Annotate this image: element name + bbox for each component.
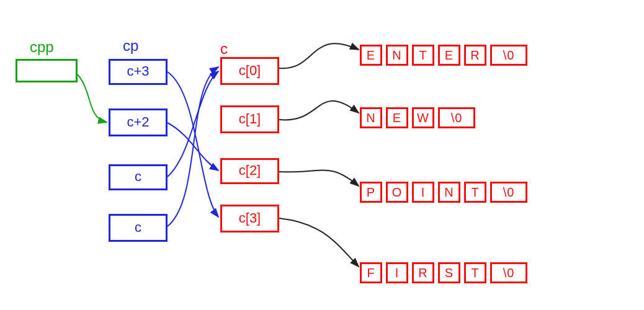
string-cell: S [438, 262, 460, 283]
c-box-2-text: c[2] [222, 162, 277, 179]
string-cell: N [360, 107, 382, 128]
c-box-0: c[0] [220, 57, 279, 85]
arrow-c1-to-new [279, 101, 359, 120]
string-row-enter: ENTER\0 [360, 45, 531, 66]
cp-box-1-text: c+2 [110, 113, 166, 130]
cp-box-0-text: c+3 [110, 63, 166, 79]
cp-box-0: c+3 [109, 59, 168, 85]
cpp-label: cpp [30, 38, 54, 56]
string-cell: E [360, 45, 382, 66]
string-row-first: FIRST\0 [360, 262, 531, 283]
string-cell: \0 [490, 45, 527, 66]
c-box-3-text: c[3] [222, 210, 277, 226]
string-row-new: NEW\0 [360, 107, 479, 128]
cp-box-3: c [109, 214, 168, 242]
c-box-1: c[1] [220, 105, 279, 133]
arrow-cp0-to-c3 [168, 72, 218, 217]
string-cell: T [412, 45, 434, 66]
string-cell: \0 [490, 182, 527, 203]
string-cell: I [386, 262, 408, 283]
arrow-c2-to-point [279, 170, 359, 186]
string-cell: W [412, 107, 434, 128]
c-box-3: c[3] [220, 205, 279, 232]
c-box-1-text: c[1] [222, 110, 277, 126]
c-box-0-text: c[0] [222, 62, 277, 78]
string-cell: T [464, 182, 486, 203]
string-cell: N [438, 182, 460, 203]
string-cell: \0 [438, 107, 475, 128]
arrow-c3-to-first [279, 218, 359, 267]
string-cell: N [386, 45, 408, 66]
string-cell: I [412, 182, 434, 203]
cp-box-1: c+2 [109, 108, 168, 136]
string-cell: \0 [490, 262, 527, 283]
c-label: c [220, 40, 228, 58]
arrows-overlay [0, 0, 644, 310]
c-box-2: c[2] [220, 158, 279, 184]
string-cell: T [464, 262, 486, 283]
arrow-c0-to-enter [279, 43, 359, 68]
arrow-cp2-to-c0 [168, 71, 218, 177]
string-cell: O [386, 182, 408, 203]
cp-box-3-text: c [110, 219, 166, 235]
arrow-cp1-to-c2 [168, 123, 218, 170]
string-cell: R [464, 45, 486, 66]
cp-box-2: c [109, 164, 168, 190]
arrow-cpp-to-cp [78, 74, 107, 122]
cp-label: cp [123, 37, 138, 55]
string-cell: E [386, 107, 408, 128]
cpp-box [16, 59, 78, 82]
string-cell: R [412, 262, 434, 283]
arrow-cp3-to-c0 [168, 67, 218, 226]
string-cell: F [360, 262, 382, 283]
cp-box-2-text: c [110, 169, 166, 185]
string-row-point: POINT\0 [360, 182, 531, 203]
string-cell: E [438, 45, 460, 66]
string-cell: P [360, 182, 382, 203]
